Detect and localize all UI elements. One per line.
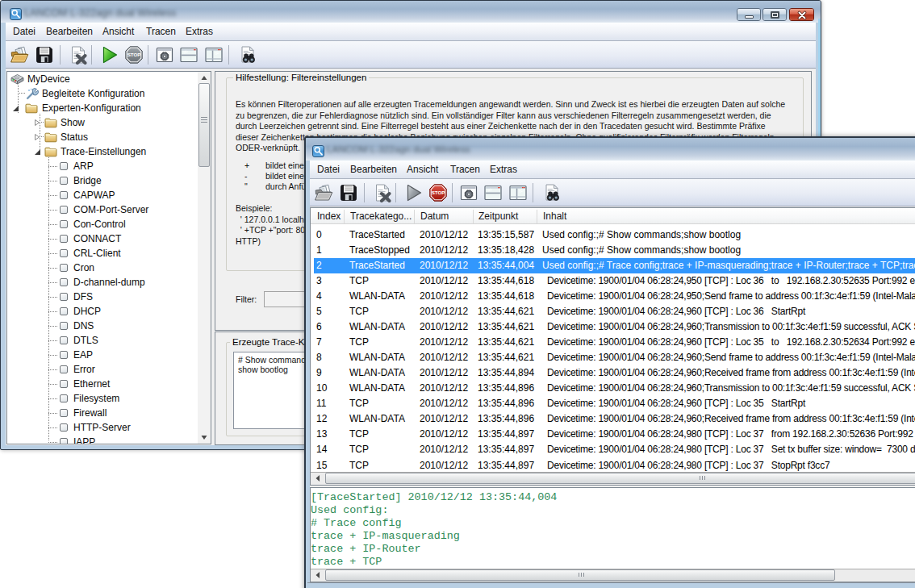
svg-text:STOP: STOP (127, 52, 141, 57)
svg-text:STOP: STOP (432, 190, 445, 195)
